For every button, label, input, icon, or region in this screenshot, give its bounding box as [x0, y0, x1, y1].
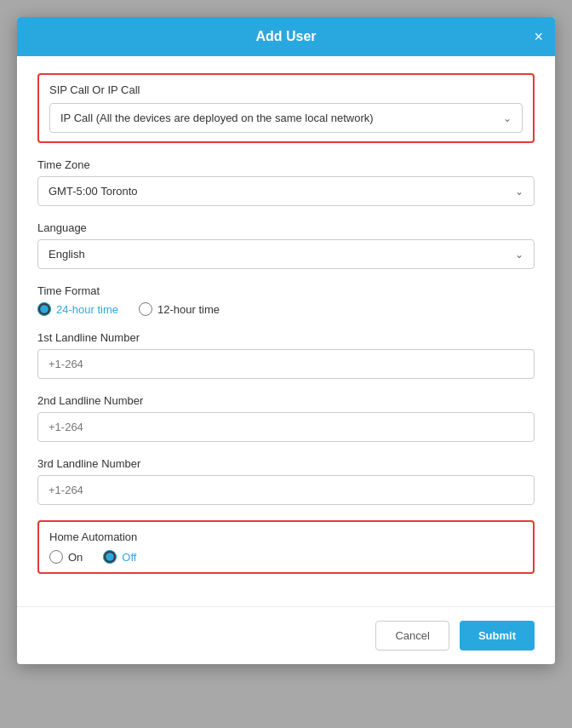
- radio-ha-on-input[interactable]: [49, 550, 63, 564]
- radio-24h[interactable]: 24-hour time: [37, 302, 118, 316]
- timezone-label: Time Zone: [37, 158, 535, 171]
- landline3-label: 3rd Landline Number: [37, 457, 535, 470]
- time-format-label: Time Format: [37, 284, 535, 297]
- time-format-group: Time Format 24-hour time 12-hour time: [37, 284, 535, 316]
- landline1-group: 1st Landline Number: [37, 331, 535, 379]
- modal-footer: Cancel Submit: [17, 606, 555, 664]
- radio-12h-label: 12-hour time: [157, 303, 220, 316]
- radio-ha-on[interactable]: On: [49, 550, 83, 564]
- language-label: Language: [37, 221, 535, 234]
- modal-title: Add User: [255, 29, 316, 43]
- modal-header: Add User ×: [17, 17, 555, 56]
- modal-body: SIP Call Or IP Call IP Call (All the dev…: [17, 56, 555, 606]
- sip-call-select[interactable]: IP Call (All the devices are deployed on…: [50, 104, 522, 132]
- cancel-button[interactable]: Cancel: [375, 621, 449, 651]
- time-format-radio-group: 24-hour time 12-hour time: [37, 302, 535, 316]
- radio-ha-off-input[interactable]: [103, 550, 117, 564]
- sip-call-label: SIP Call Or IP Call: [49, 83, 523, 96]
- close-button[interactable]: ×: [534, 29, 543, 44]
- radio-12h[interactable]: 12-hour time: [139, 302, 220, 316]
- landline1-label: 1st Landline Number: [37, 331, 535, 344]
- radio-ha-on-label: On: [68, 551, 83, 564]
- sip-call-section: SIP Call Or IP Call IP Call (All the dev…: [37, 73, 535, 143]
- landline1-input[interactable]: [37, 349, 535, 379]
- landline3-input[interactable]: [37, 475, 535, 505]
- radio-ha-off[interactable]: Off: [103, 550, 136, 564]
- landline2-group: 2nd Landline Number: [37, 394, 535, 442]
- language-group: Language English French Spanish ⌄: [37, 221, 535, 269]
- add-user-modal: Add User × SIP Call Or IP Call IP Call (…: [17, 17, 555, 664]
- radio-ha-off-label: Off: [122, 551, 136, 564]
- language-select[interactable]: English French Spanish: [38, 240, 534, 268]
- language-select-wrapper: English French Spanish ⌄: [37, 239, 535, 269]
- sip-call-select-wrapper: IP Call (All the devices are deployed on…: [49, 103, 523, 133]
- home-automation-section: Home Automation On Off: [37, 520, 535, 574]
- landline2-input[interactable]: [37, 412, 535, 442]
- timezone-select-wrapper: GMT-5:00 Toronto GMT-8:00 Los Angeles GM…: [37, 176, 535, 206]
- submit-button[interactable]: Submit: [460, 621, 535, 651]
- radio-12h-input[interactable]: [139, 302, 152, 316]
- home-automation-radio-group: On Off: [49, 550, 523, 564]
- radio-24h-input[interactable]: [37, 302, 51, 316]
- landline3-group: 3rd Landline Number: [37, 457, 535, 505]
- landline2-label: 2nd Landline Number: [37, 394, 535, 407]
- modal-overlay: Add User × SIP Call Or IP Call IP Call (…: [0, 0, 572, 728]
- timezone-select[interactable]: GMT-5:00 Toronto GMT-8:00 Los Angeles GM…: [38, 177, 534, 205]
- radio-24h-label: 24-hour time: [56, 303, 118, 316]
- timezone-group: Time Zone GMT-5:00 Toronto GMT-8:00 Los …: [37, 158, 535, 206]
- home-automation-label: Home Automation: [49, 530, 523, 543]
